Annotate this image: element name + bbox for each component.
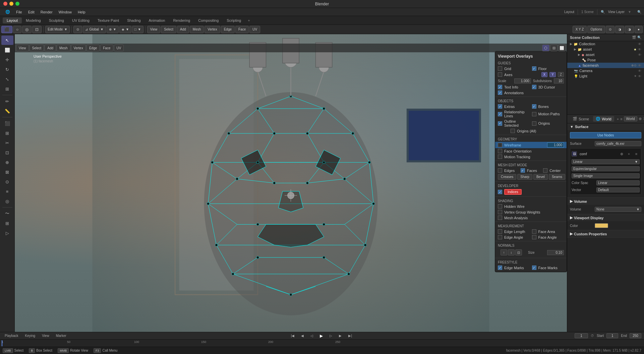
vector-dropdown[interactable]: Default	[596, 187, 640, 192]
face-angle-checkbox[interactable]	[532, 235, 536, 239]
mode-icon4[interactable]: ⊡	[32, 26, 42, 33]
edit-mode-icon[interactable]: ⬛	[1, 26, 12, 33]
asset-visibility[interactable]: 👁	[638, 48, 641, 51]
randomize-tool[interactable]: ⊞	[1, 219, 13, 228]
surface-texture-dropdown[interactable]: comfy_cafe_4k.exr	[595, 141, 641, 146]
next-keyframe-btn[interactable]: ▶	[337, 333, 344, 338]
transform-tool[interactable]: ⊞	[1, 84, 13, 94]
mode-icon2[interactable]: ○	[13, 26, 21, 33]
add-btn[interactable]: Add	[177, 26, 189, 33]
linear-dropdown[interactable]: Linear▼	[572, 159, 640, 164]
next-frame-btn[interactable]: ▷	[328, 333, 334, 338]
jump-end-btn[interactable]: ▶|	[346, 333, 354, 338]
marker-btn[interactable]: Marker	[54, 333, 68, 338]
facemesh-visibility[interactable]: 👁	[638, 64, 641, 67]
indices-checkbox[interactable]	[498, 190, 502, 194]
creases-btn[interactable]: Creases	[498, 174, 516, 180]
minimize-button[interactable]	[9, 2, 13, 6]
vp-mesh-btn[interactable]: Mesh	[57, 45, 70, 51]
menu-blender[interactable]: 🌐	[3, 9, 13, 15]
color-space-dropdown[interactable]: Linear	[596, 180, 640, 185]
current-frame-input[interactable]: 1	[575, 333, 588, 338]
annotate-tool[interactable]: ✏	[1, 97, 13, 106]
asset-collection-item[interactable]: ▶ 📁 asset ★ 👁	[567, 47, 644, 52]
motion-track-checkbox[interactable]	[498, 155, 502, 159]
use-nodes-btn[interactable]: Use Nodes	[570, 132, 641, 138]
x-axis-btn[interactable]: X	[541, 72, 548, 77]
asset-object-item[interactable]: ▶ ◆ asset 👁	[567, 52, 644, 57]
surface-header[interactable]: ▼ Surface	[567, 123, 644, 130]
bones-checkbox[interactable]	[532, 104, 536, 109]
split-normals-btn[interactable]: ↕	[508, 249, 515, 255]
edge-btn[interactable]: Edge	[221, 26, 235, 33]
rel-lines-checkbox[interactable]	[498, 112, 502, 116]
vp-color-swatch[interactable]	[595, 223, 608, 228]
vp-display-header[interactable]: ▶ Viewport Display	[567, 214, 644, 221]
select-box-tool[interactable]: ⬜	[1, 45, 13, 55]
scale-value[interactable]: 1.000	[514, 78, 531, 83]
y-axis-btn[interactable]: Y	[549, 72, 556, 77]
smooth-tool[interactable]: 〜	[1, 209, 13, 218]
maximize-button[interactable]	[15, 2, 19, 6]
z-axis-btn[interactable]: Z	[558, 72, 564, 77]
menu-render[interactable]: Render	[38, 9, 55, 15]
playback-btn[interactable]: Playback	[3, 333, 20, 338]
color-preview-btn[interactable]: 🖼	[572, 151, 577, 157]
knife-tool[interactable]: ✂	[1, 138, 13, 148]
prev-frame-btn[interactable]: ◁	[308, 333, 315, 338]
facemesh-item[interactable]: ▲ facemesh ⊕⊙ 👁	[567, 63, 644, 68]
single-image-dropdown[interactable]: Single Image	[572, 173, 640, 178]
xray-btn[interactable]: X Y Z	[573, 26, 587, 33]
texture-new-btn[interactable]: +	[626, 151, 632, 157]
end-frame-input[interactable]: 250	[630, 333, 641, 338]
vp-add-btn[interactable]: Add	[45, 45, 56, 51]
outline-checkbox[interactable]	[498, 121, 502, 126]
move-tool[interactable]: ✛	[1, 55, 13, 64]
tab-sculpting[interactable]: Sculpting	[45, 17, 68, 23]
select-btn[interactable]: Select	[161, 26, 176, 33]
prev-keyframe-btn[interactable]: ◀	[299, 333, 306, 338]
texture-copy-btn[interactable]: ⊕	[618, 151, 625, 157]
add-cube-tool[interactable]: ⬛	[1, 119, 13, 128]
overlay-btn[interactable]: ⊙	[606, 26, 614, 33]
slide-tool[interactable]: ▷	[1, 228, 13, 238]
volume-header[interactable]: ▶ Volume	[567, 198, 644, 205]
timeline-track[interactable]: 1 50 100 150 200 250	[0, 340, 644, 347]
keying-btn[interactable]: Keying	[23, 333, 38, 338]
viewport[interactable]: User Perspective (1) facemesh View Selec…	[15, 34, 567, 332]
vp-view-btn[interactable]: View	[16, 45, 29, 51]
light-item[interactable]: 💡 Light ☀ 👁	[567, 73, 644, 79]
edit-mode-dropdown[interactable]: Edit Mode▼	[45, 26, 70, 33]
scene-tab[interactable]: 🎬 Scene	[570, 116, 592, 122]
vp-edge-btn[interactable]: Edge	[86, 45, 100, 51]
bridge-tool[interactable]: ≡	[1, 187, 13, 196]
uv-btn[interactable]: UV	[249, 26, 260, 33]
vertex-btn[interactable]: Vertex	[204, 26, 220, 33]
camera-visibility[interactable]: 👁	[638, 69, 641, 73]
camera-item[interactable]: 📷 Camera 👁	[567, 68, 644, 73]
object-visibility[interactable]: 👁	[638, 53, 641, 57]
copy-world-btn[interactable]: ⊕	[639, 116, 642, 122]
indices-btn[interactable]: Indices	[504, 189, 522, 195]
annotations-checkbox[interactable]	[498, 91, 502, 95]
face-area-checkbox[interactable]	[532, 229, 536, 234]
vp-select-edge-mode[interactable]: ⊟	[550, 45, 558, 51]
pose-item[interactable]: 🦴 Pose	[567, 57, 644, 63]
custom-props-header[interactable]: ▶ Custom Properties	[567, 230, 644, 237]
tab-texture-paint[interactable]: Texture Paint	[94, 17, 123, 23]
face-normals-btn[interactable]: ⊡	[515, 249, 522, 255]
face-orient-checkbox[interactable]	[498, 149, 502, 153]
start-frame-input[interactable]: 1	[606, 333, 618, 338]
grid-checkbox[interactable]	[498, 66, 502, 71]
hidden-wire-checkbox[interactable]	[498, 204, 502, 209]
tab-animation[interactable]: Animation	[145, 17, 169, 23]
origins-checkbox[interactable]	[532, 121, 536, 126]
proportional-edit-btn[interactable]: ⊙	[73, 26, 82, 33]
vp-select-btn[interactable]: Select	[30, 45, 44, 51]
tab-rendering[interactable]: Rendering	[169, 17, 194, 23]
play-btn[interactable]: ▶	[318, 333, 325, 339]
filter-icon[interactable]: 🔍	[637, 36, 641, 40]
transform-dropdown[interactable]: ⊕▼	[107, 26, 119, 33]
view-btn[interactable]: View	[147, 26, 161, 33]
close-button[interactable]	[3, 2, 7, 6]
